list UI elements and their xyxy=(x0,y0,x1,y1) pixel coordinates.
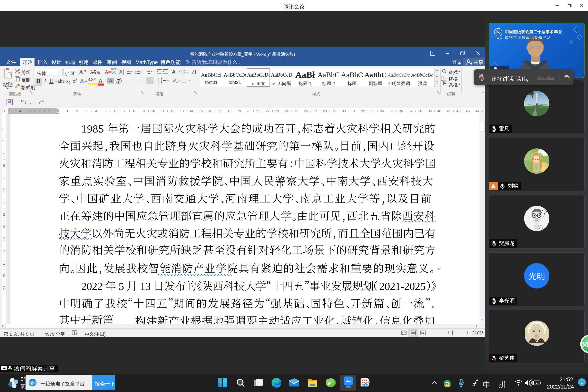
svg-text:e: e xyxy=(328,379,331,387)
svg-text:2: 2 xyxy=(135,71,136,73)
svg-text:e: e xyxy=(31,380,33,386)
svg-text:3: 3 xyxy=(135,73,136,74)
svg-text:1: 1 xyxy=(135,69,136,71)
svg-text:Z: Z xyxy=(183,72,185,74)
svg-text:CTAPI: CTAPI xyxy=(495,37,502,40)
svg-text:A: A xyxy=(183,69,185,72)
svg-text:tion is more: tion is more xyxy=(533,344,540,346)
